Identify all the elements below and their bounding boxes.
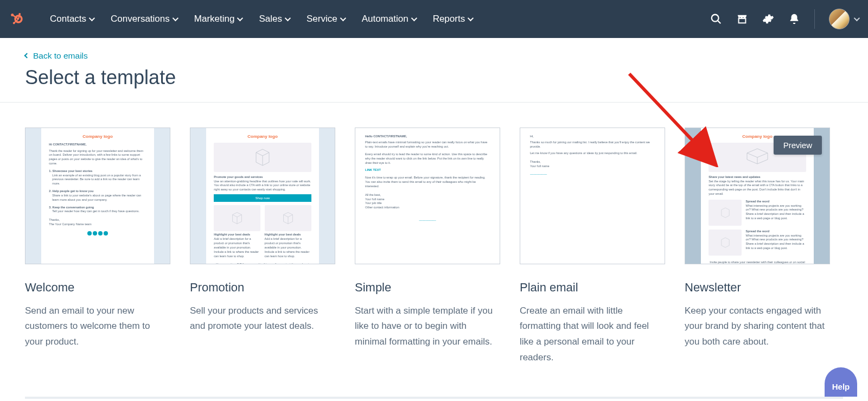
template-thumb-plain[interactable]: Hi, Thanks so much for joining our maili… xyxy=(520,128,665,264)
nav-label: Marketing xyxy=(194,14,235,24)
chevron-down-icon xyxy=(340,15,346,21)
template-title: Promotion xyxy=(190,281,335,295)
nav-reports[interactable]: Reports xyxy=(424,0,481,38)
template-card-simple: Hello CONTACT.FIRSTNAME, Plain-text emai… xyxy=(355,128,500,366)
template-desc: Create an email with little formatting t… xyxy=(520,303,665,366)
chevron-down-icon xyxy=(89,15,95,21)
page-title: Select a template xyxy=(25,66,843,89)
template-card-welcome: Company logo Hi CONTACT.FIRSTNAME, Thank… xyxy=(25,128,170,366)
template-thumb-simple[interactable]: Hello CONTACT.FIRSTNAME, Plain-text emai… xyxy=(355,128,500,264)
chevron-left-icon xyxy=(24,53,30,59)
svg-line-5 xyxy=(718,21,721,24)
template-desc: Start with a simple template if you like… xyxy=(355,303,500,351)
hero-image-placeholder xyxy=(214,143,311,172)
template-title: Plain email xyxy=(520,281,665,295)
nav-right-group xyxy=(699,9,858,29)
template-desc: Sell your products and services and prom… xyxy=(190,303,335,335)
chevron-down-icon xyxy=(285,15,291,21)
socials-icons xyxy=(49,231,146,237)
nav-label: Conversations xyxy=(111,14,170,24)
search-icon[interactable] xyxy=(710,13,722,25)
gear-icon[interactable] xyxy=(762,13,774,25)
chevron-down-icon xyxy=(468,15,474,21)
nav-conversations[interactable]: Conversations xyxy=(102,0,186,38)
back-link[interactable]: Back to emails xyxy=(25,51,88,61)
template-title: Newsletter xyxy=(685,281,830,295)
nav-label: Reports xyxy=(433,14,465,24)
hubspot-logo[interactable] xyxy=(5,11,28,27)
back-link-label: Back to emails xyxy=(33,51,88,61)
nav-automation[interactable]: Automation xyxy=(353,0,424,38)
top-nav: Contacts Conversations Marketing Sales S… xyxy=(0,0,868,38)
svg-point-4 xyxy=(712,15,719,22)
nav-sales[interactable]: Sales xyxy=(250,0,298,38)
thumb-cta: Shop now xyxy=(214,194,311,202)
svg-rect-6 xyxy=(739,18,746,23)
template-card-promotion: Company logo Promote your goods and serv… xyxy=(190,128,335,366)
template-thumb-welcome[interactable]: Company logo Hi CONTACT.FIRSTNAME, Thank… xyxy=(25,128,170,264)
chevron-down-icon xyxy=(854,15,860,21)
template-title: Simple xyxy=(355,281,500,295)
help-button[interactable]: Help xyxy=(825,367,857,397)
divider xyxy=(25,397,843,399)
template-card-plain: Hi, Thanks so much for joining our maili… xyxy=(520,128,665,366)
chevron-down-icon xyxy=(411,15,417,21)
divider xyxy=(814,9,815,29)
nav-label: Automation xyxy=(362,14,409,24)
template-grid: Company logo Hi CONTACT.FIRSTNAME, Thank… xyxy=(0,103,868,366)
template-thumb-newsletter[interactable]: Company logo Share your latest news and … xyxy=(685,128,830,264)
chevron-down-icon xyxy=(237,15,243,21)
nav-label: Service xyxy=(307,14,337,24)
template-thumb-promotion[interactable]: Company logo Promote your goods and serv… xyxy=(190,128,335,264)
thumb-company-logo: Company logo xyxy=(49,133,146,139)
help-label: Help xyxy=(832,382,850,391)
page-header: Back to emails Select a template xyxy=(0,38,868,103)
template-title: Welcome xyxy=(25,281,170,295)
nav-service[interactable]: Service xyxy=(298,0,353,38)
preview-button[interactable]: Preview xyxy=(774,136,822,155)
template-desc: Keep your contacts engaged with your bra… xyxy=(685,303,830,351)
nav-label: Contacts xyxy=(50,14,86,24)
chevron-down-icon xyxy=(173,15,178,21)
template-desc: Send an email to your new customers to w… xyxy=(25,303,170,351)
bell-icon[interactable] xyxy=(788,13,800,25)
nav-marketing[interactable]: Marketing xyxy=(186,0,251,38)
nav-label: Sales xyxy=(259,14,282,24)
nav-contacts[interactable]: Contacts xyxy=(41,0,102,38)
template-card-newsletter: Company logo Share your latest news and … xyxy=(685,128,830,366)
marketplace-icon[interactable] xyxy=(736,13,748,25)
avatar xyxy=(829,9,850,29)
thumb-company-logo: Company logo xyxy=(214,133,311,139)
account-menu[interactable] xyxy=(829,9,858,29)
